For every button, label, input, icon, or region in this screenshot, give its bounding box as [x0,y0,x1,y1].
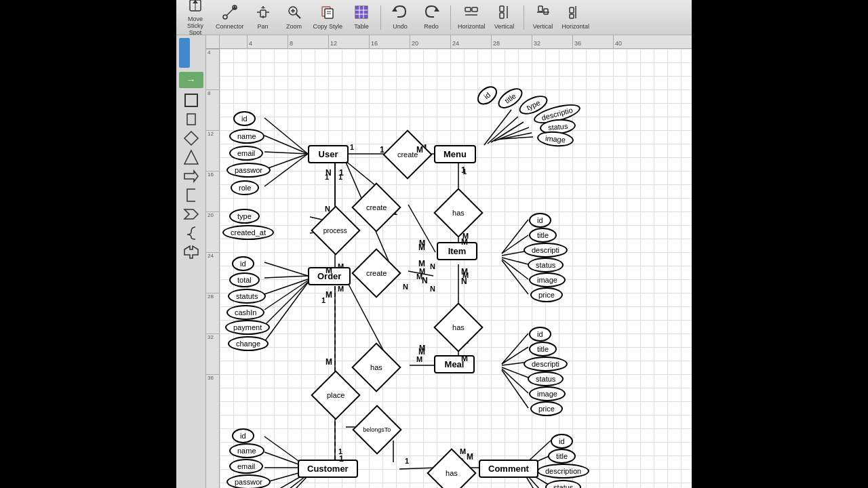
separator-2 [450,5,451,30]
attr-customer-email: email [229,459,263,474]
svg-line-5 [226,9,233,16]
svg-text:1: 1 [350,143,354,151]
diagram-canvas[interactable]: 1 M N 1 [220,49,692,488]
zoom-button[interactable]: Zoom [279,2,309,33]
rel-create1: create [382,129,433,180]
horizontal-align-button-2[interactable]: Horizontal [559,2,593,33]
svg-line-71 [264,279,308,294]
shape-parallelogram[interactable] [179,110,203,129]
svg-line-88 [502,260,528,294]
svg-text:N: N [403,283,408,291]
shape-square[interactable] [179,91,203,110]
table-button[interactable]: Table [347,2,376,33]
vertical-align-icon [497,5,512,22]
separator-1 [380,5,381,30]
svg-rect-16 [355,6,368,18]
shape-bracket[interactable] [179,186,203,205]
attr-order-status: statuts [228,289,266,304]
shape-diamond[interactable] [179,129,203,148]
rel-belongsto: belongsTo [352,405,402,455]
canvas-area[interactable]: 4 8 12 16 20 24 28 32 36 40 4 8 12 16 20 [206,35,692,488]
svg-rect-33 [570,14,574,18]
shape-brace[interactable] [179,224,203,243]
horizontal-align-button[interactable]: Horizontal [455,2,488,33]
shape-triangle[interactable] [179,148,203,167]
svg-line-45 [264,154,308,169]
card-has1-item: M [461,237,468,247]
connector-button[interactable]: Connector [213,2,247,33]
card-user-1: 1 [339,168,344,178]
connector-label: Connector [216,23,244,30]
entity-item[interactable]: Item [437,242,477,260]
card-item-n: N [461,277,467,286]
svg-rect-27 [500,13,504,18]
entity-meal[interactable]: Meal [434,355,475,373]
card-customer-1: 1 [339,454,344,464]
undo-label: Undo [393,23,408,30]
attr-order-change: change [228,336,269,351]
svg-rect-24 [472,7,477,12]
vertical-label-1: Vertical [494,23,515,30]
svg-line-44 [264,152,308,154]
move-sticky-icon [188,0,203,15]
move-sticky-button[interactable]: Move Sticky Spot [179,2,212,33]
vertical-align-button-2[interactable]: Vertical [528,2,558,33]
attr-user-password: passwor [226,163,271,178]
rel-create2: create [351,182,401,232]
vertical-align-button[interactable]: Vertical [490,2,519,33]
svg-text:1: 1 [405,457,409,465]
card-create2-m: M [418,243,425,252]
vertical-align-icon-2 [536,5,551,22]
svg-rect-23 [465,7,471,12]
entity-customer[interactable]: Customer [298,460,358,478]
shape-arrow-right[interactable] [179,167,203,186]
svg-rect-32 [570,7,574,13]
attr-customer-name: name [229,443,264,458]
pan-button[interactable]: Pan [248,2,278,33]
svg-line-42 [264,118,308,154]
card-create3-n: N [422,276,428,285]
attr-meal-price: price [530,401,563,416]
attr-order-type: type [229,209,260,224]
pan-label: Pan [258,23,269,30]
attr-item-image: image [529,272,566,287]
rel-has2: has [433,302,484,352]
svg-line-102 [502,369,528,393]
svg-line-73 [264,282,308,325]
rel-process: process [311,205,361,256]
svg-rect-35 [185,94,197,106]
horizontal-label-2: Horizontal [562,23,590,30]
redo-label: Redo [424,23,439,30]
zoom-label: Zoom [286,23,302,30]
attr-order-payment: payment [225,320,270,335]
attr-user-name: name [229,129,264,144]
card-order-has3-m: M [326,357,332,367]
rel-has3: has [351,342,401,392]
connector-icon [222,5,237,22]
horizontal-align-icon [464,5,479,22]
shape-chevron[interactable] [179,205,203,224]
entity-menu[interactable]: Menu [434,145,476,163]
left-panel-tools: → [179,72,203,262]
content-area: → [176,35,692,488]
entity-user[interactable]: User [308,145,349,163]
ruler-left: 4 8 12 16 20 24 28 32 36 [206,49,220,488]
attr-menu-id: id [474,83,500,108]
copy-style-button[interactable]: Copy Style [311,2,346,33]
svg-marker-38 [184,150,198,164]
entity-comment[interactable]: Comment [479,460,538,478]
attr-item-price: price [530,287,563,302]
svg-line-98 [502,333,528,364]
shape-arrow-double[interactable] [179,243,203,262]
svg-marker-41 [184,246,198,258]
arrow-tool[interactable]: → [179,72,203,88]
svg-line-70 [264,276,308,278]
attr-item-status: status [528,258,564,272]
redo-button[interactable]: Redo [416,2,446,33]
undo-button[interactable]: Undo [385,2,415,33]
attr-meal-description: descripti [524,357,568,371]
card-menu-has1: 1 [461,165,466,175]
svg-line-68 [408,271,433,276]
horizontal-label-1: Horizontal [458,23,486,30]
blue-indicator [179,38,190,68]
